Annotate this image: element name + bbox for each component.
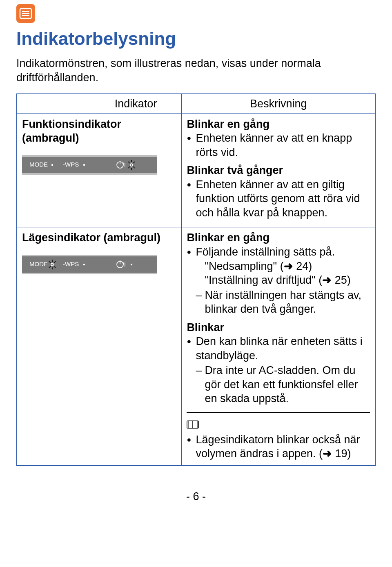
svg-point-12 bbox=[83, 164, 85, 166]
row2-b2-sub: Dra inte ur AC-sladden. Om du gör det ka… bbox=[187, 363, 370, 406]
header-indicator: Indikator bbox=[17, 94, 182, 113]
svg-rect-26 bbox=[22, 273, 157, 274]
row2-blink-once-item: Följande inställning sätts på. "Nedsampl… bbox=[187, 245, 370, 287]
svg-rect-8 bbox=[22, 173, 157, 175]
svg-rect-7 bbox=[22, 155, 157, 157]
device-panel-2: MODE -WPS bbox=[22, 252, 172, 277]
table-row: Lägesindikator (ambragul) MODE bbox=[17, 227, 375, 465]
table-row: Funktionsindikator (ambragul) MODE -WPS bbox=[17, 113, 375, 227]
svg-point-10 bbox=[51, 164, 53, 166]
row2-blink-once-title: Blinkar en gång bbox=[187, 231, 370, 245]
row2-b1-text: Följande inställning sätts på. bbox=[196, 246, 335, 258]
mode-indicator-label: Lägesindikator (ambragul) bbox=[22, 231, 176, 245]
svg-text:/I: /I bbox=[122, 261, 126, 268]
row2-b1-sub: När inställningen har stängts av, blinka… bbox=[187, 288, 370, 316]
svg-rect-25 bbox=[22, 255, 157, 256]
row2-quote1: "Nedsampling" (➜ 24) bbox=[196, 259, 370, 273]
intro-text: Indikatormönstren, som illustreras nedan… bbox=[16, 56, 376, 84]
page-title: Indikatorbelysning bbox=[16, 29, 376, 49]
svg-text:MODE: MODE bbox=[29, 260, 48, 267]
page-number: - 6 - bbox=[16, 490, 376, 503]
indicator-table: Indikator Beskrivning Funktionsindikator… bbox=[16, 93, 376, 466]
row2-b2-item: Den kan blinka när enheten sätts i stand… bbox=[187, 334, 370, 362]
svg-text:/I: /I bbox=[122, 162, 126, 168]
svg-text:-WPS: -WPS bbox=[63, 260, 79, 267]
row1-blink-once-item: Enheten känner av att en knapp rörts vid… bbox=[187, 131, 370, 159]
row1-blink-twice-title: Blinkar två gånger bbox=[187, 163, 370, 178]
row1-blink-twice-item: Enheten känner av att en giltig funktion… bbox=[187, 178, 370, 220]
page-category-icon bbox=[16, 4, 376, 24]
svg-text:-WPS: -WPS bbox=[63, 161, 79, 168]
book-icon bbox=[187, 418, 199, 433]
row1-blink-once-title: Blinkar en gång bbox=[187, 117, 370, 131]
header-description: Beskrivning bbox=[182, 94, 375, 113]
svg-point-40 bbox=[131, 264, 132, 265]
note-row bbox=[187, 418, 370, 433]
svg-point-36 bbox=[83, 264, 85, 265]
svg-text:MODE: MODE bbox=[29, 161, 48, 168]
row2-blinks-title: Blinkar bbox=[187, 320, 370, 335]
row2-note-item: Lägesindikatorn blinkar också när volyme… bbox=[187, 433, 370, 461]
function-indicator-label: Funktionsindikator (ambragul) bbox=[22, 117, 176, 145]
separator-line bbox=[187, 412, 370, 413]
device-panel-1: MODE -WPS /I bbox=[22, 153, 172, 177]
row2-quote2: "Inställning av driftljud" (➜ 25) bbox=[196, 273, 370, 287]
